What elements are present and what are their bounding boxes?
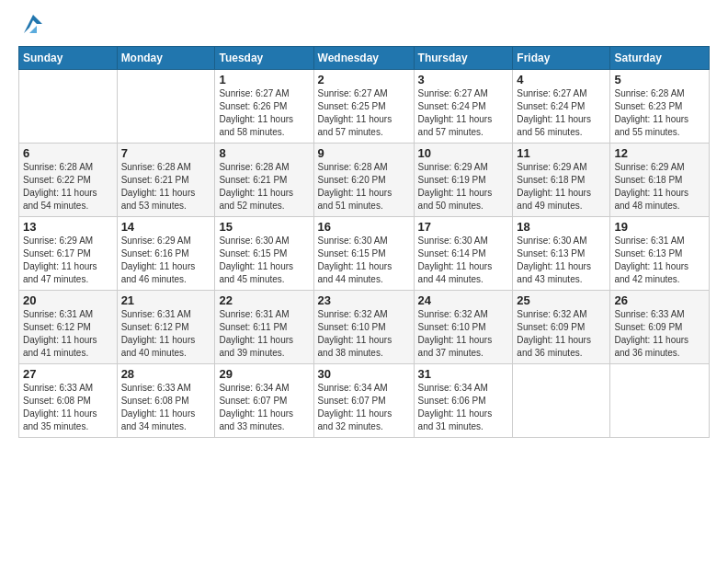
calendar-cell: 5Sunrise: 6:28 AM Sunset: 6:23 PM Daylig… bbox=[610, 70, 710, 144]
day-info: Sunrise: 6:28 AM Sunset: 6:22 PM Dayligh… bbox=[23, 161, 113, 213]
calendar-cell: 19Sunrise: 6:31 AM Sunset: 6:13 PM Dayli… bbox=[610, 217, 710, 291]
day-info: Sunrise: 6:31 AM Sunset: 6:12 PM Dayligh… bbox=[23, 308, 113, 360]
day-info: Sunrise: 6:30 AM Sunset: 6:13 PM Dayligh… bbox=[517, 235, 606, 286]
calendar-cell: 18Sunrise: 6:30 AM Sunset: 6:13 PM Dayli… bbox=[513, 217, 610, 291]
day-number: 2 bbox=[318, 73, 410, 86]
day-info: Sunrise: 6:31 AM Sunset: 6:11 PM Dayligh… bbox=[219, 308, 309, 360]
day-info: Sunrise: 6:28 AM Sunset: 6:21 PM Dayligh… bbox=[121, 161, 211, 213]
calendar-cell: 7Sunrise: 6:28 AM Sunset: 6:21 PM Daylig… bbox=[117, 144, 215, 217]
day-number: 23 bbox=[318, 293, 410, 307]
calendar-cell: 4Sunrise: 6:27 AM Sunset: 6:24 PM Daylig… bbox=[513, 70, 610, 144]
calendar-cell: 23Sunrise: 6:32 AM Sunset: 6:10 PM Dayli… bbox=[313, 291, 414, 364]
day-number: 20 bbox=[23, 293, 113, 307]
day-number: 10 bbox=[418, 146, 509, 160]
day-number: 9 bbox=[318, 146, 410, 160]
day-info: Sunrise: 6:32 AM Sunset: 6:09 PM Dayligh… bbox=[517, 308, 606, 360]
day-info: Sunrise: 6:33 AM Sunset: 6:08 PM Dayligh… bbox=[121, 382, 211, 433]
calendar-cell bbox=[610, 364, 710, 438]
day-number: 25 bbox=[517, 293, 606, 307]
calendar-cell: 6Sunrise: 6:28 AM Sunset: 6:22 PM Daylig… bbox=[19, 144, 118, 217]
day-number: 6 bbox=[23, 146, 113, 160]
day-number: 1 bbox=[219, 73, 309, 86]
day-info: Sunrise: 6:32 AM Sunset: 6:10 PM Dayligh… bbox=[318, 308, 410, 360]
day-info: Sunrise: 6:29 AM Sunset: 6:16 PM Dayligh… bbox=[121, 235, 211, 286]
calendar-cell: 12Sunrise: 6:29 AM Sunset: 6:18 PM Dayli… bbox=[610, 144, 710, 217]
header-row: SundayMondayTuesdayWednesdayThursdayFrid… bbox=[19, 47, 710, 70]
calendar-cell bbox=[117, 70, 215, 144]
calendar-cell: 11Sunrise: 6:29 AM Sunset: 6:18 PM Dayli… bbox=[513, 144, 610, 217]
calendar-cell: 31Sunrise: 6:34 AM Sunset: 6:06 PM Dayli… bbox=[414, 364, 513, 438]
day-number: 14 bbox=[121, 220, 211, 234]
calendar-week-row: 1Sunrise: 6:27 AM Sunset: 6:26 PM Daylig… bbox=[19, 70, 710, 144]
calendar-cell: 29Sunrise: 6:34 AM Sunset: 6:07 PM Dayli… bbox=[215, 364, 313, 438]
day-info: Sunrise: 6:28 AM Sunset: 6:20 PM Dayligh… bbox=[318, 161, 410, 213]
day-number: 3 bbox=[418, 73, 509, 86]
calendar-cell: 27Sunrise: 6:33 AM Sunset: 6:08 PM Dayli… bbox=[19, 364, 118, 438]
calendar-cell: 15Sunrise: 6:30 AM Sunset: 6:15 PM Dayli… bbox=[215, 217, 313, 291]
day-number: 15 bbox=[219, 220, 309, 234]
calendar-cell: 13Sunrise: 6:29 AM Sunset: 6:17 PM Dayli… bbox=[19, 217, 118, 291]
day-of-week-header: Friday bbox=[513, 47, 610, 70]
day-number: 30 bbox=[318, 367, 410, 381]
day-number: 11 bbox=[517, 146, 606, 160]
calendar-cell: 9Sunrise: 6:28 AM Sunset: 6:20 PM Daylig… bbox=[313, 144, 414, 217]
day-info: Sunrise: 6:34 AM Sunset: 6:07 PM Dayligh… bbox=[318, 382, 410, 433]
day-number: 24 bbox=[418, 293, 509, 307]
day-info: Sunrise: 6:29 AM Sunset: 6:17 PM Dayligh… bbox=[23, 235, 113, 286]
day-number: 8 bbox=[219, 146, 309, 160]
day-number: 17 bbox=[418, 220, 509, 234]
header bbox=[18, 15, 710, 37]
calendar-week-row: 20Sunrise: 6:31 AM Sunset: 6:12 PM Dayli… bbox=[19, 291, 710, 364]
calendar-cell: 1Sunrise: 6:27 AM Sunset: 6:26 PM Daylig… bbox=[215, 70, 313, 144]
day-of-week-header: Monday bbox=[117, 47, 215, 70]
day-number: 26 bbox=[614, 293, 705, 307]
day-of-week-header: Wednesday bbox=[313, 47, 414, 70]
day-info: Sunrise: 6:31 AM Sunset: 6:12 PM Dayligh… bbox=[121, 308, 211, 360]
logo-icon bbox=[20, 11, 46, 37]
calendar-cell: 3Sunrise: 6:27 AM Sunset: 6:24 PM Daylig… bbox=[414, 70, 513, 144]
day-number: 13 bbox=[23, 220, 113, 234]
day-info: Sunrise: 6:27 AM Sunset: 6:24 PM Dayligh… bbox=[517, 87, 606, 139]
svg-marker-1 bbox=[29, 26, 37, 33]
calendar-week-row: 6Sunrise: 6:28 AM Sunset: 6:22 PM Daylig… bbox=[19, 144, 710, 217]
day-info: Sunrise: 6:27 AM Sunset: 6:24 PM Dayligh… bbox=[418, 87, 509, 139]
logo bbox=[18, 15, 46, 37]
day-info: Sunrise: 6:27 AM Sunset: 6:25 PM Dayligh… bbox=[318, 87, 410, 139]
day-number: 16 bbox=[318, 220, 410, 234]
day-info: Sunrise: 6:30 AM Sunset: 6:15 PM Dayligh… bbox=[318, 235, 410, 286]
day-info: Sunrise: 6:28 AM Sunset: 6:23 PM Dayligh… bbox=[614, 87, 705, 139]
calendar-cell: 25Sunrise: 6:32 AM Sunset: 6:09 PM Dayli… bbox=[513, 291, 610, 364]
calendar-body: 1Sunrise: 6:27 AM Sunset: 6:26 PM Daylig… bbox=[19, 70, 710, 438]
day-info: Sunrise: 6:29 AM Sunset: 6:18 PM Dayligh… bbox=[517, 161, 606, 213]
calendar-header: SundayMondayTuesdayWednesdayThursdayFrid… bbox=[19, 47, 710, 70]
calendar-cell: 10Sunrise: 6:29 AM Sunset: 6:19 PM Dayli… bbox=[414, 144, 513, 217]
day-info: Sunrise: 6:29 AM Sunset: 6:19 PM Dayligh… bbox=[418, 161, 509, 213]
day-number: 28 bbox=[121, 367, 211, 381]
day-of-week-header: Sunday bbox=[19, 47, 118, 70]
day-of-week-header: Tuesday bbox=[215, 47, 313, 70]
day-info: Sunrise: 6:31 AM Sunset: 6:13 PM Dayligh… bbox=[614, 235, 705, 286]
day-of-week-header: Thursday bbox=[414, 47, 513, 70]
day-info: Sunrise: 6:33 AM Sunset: 6:09 PM Dayligh… bbox=[614, 308, 705, 360]
calendar-cell bbox=[513, 364, 610, 438]
calendar-cell: 30Sunrise: 6:34 AM Sunset: 6:07 PM Dayli… bbox=[313, 364, 414, 438]
day-number: 5 bbox=[614, 73, 705, 86]
calendar-cell bbox=[19, 70, 118, 144]
day-number: 7 bbox=[121, 146, 211, 160]
calendar-cell: 28Sunrise: 6:33 AM Sunset: 6:08 PM Dayli… bbox=[117, 364, 215, 438]
day-info: Sunrise: 6:34 AM Sunset: 6:07 PM Dayligh… bbox=[219, 382, 309, 433]
day-number: 27 bbox=[23, 367, 113, 381]
calendar-cell: 22Sunrise: 6:31 AM Sunset: 6:11 PM Dayli… bbox=[215, 291, 313, 364]
calendar-cell: 2Sunrise: 6:27 AM Sunset: 6:25 PM Daylig… bbox=[313, 70, 414, 144]
calendar-cell: 16Sunrise: 6:30 AM Sunset: 6:15 PM Dayli… bbox=[313, 217, 414, 291]
calendar-cell: 8Sunrise: 6:28 AM Sunset: 6:21 PM Daylig… bbox=[215, 144, 313, 217]
day-number: 29 bbox=[219, 367, 309, 381]
calendar-cell: 24Sunrise: 6:32 AM Sunset: 6:10 PM Dayli… bbox=[414, 291, 513, 364]
page: SundayMondayTuesdayWednesdayThursdayFrid… bbox=[0, 0, 728, 563]
day-info: Sunrise: 6:34 AM Sunset: 6:06 PM Dayligh… bbox=[418, 382, 509, 433]
calendar-table: SundayMondayTuesdayWednesdayThursdayFrid… bbox=[18, 46, 710, 438]
day-number: 18 bbox=[517, 220, 606, 234]
calendar-cell: 17Sunrise: 6:30 AM Sunset: 6:14 PM Dayli… bbox=[414, 217, 513, 291]
day-number: 19 bbox=[614, 220, 705, 234]
day-info: Sunrise: 6:30 AM Sunset: 6:15 PM Dayligh… bbox=[219, 235, 309, 286]
